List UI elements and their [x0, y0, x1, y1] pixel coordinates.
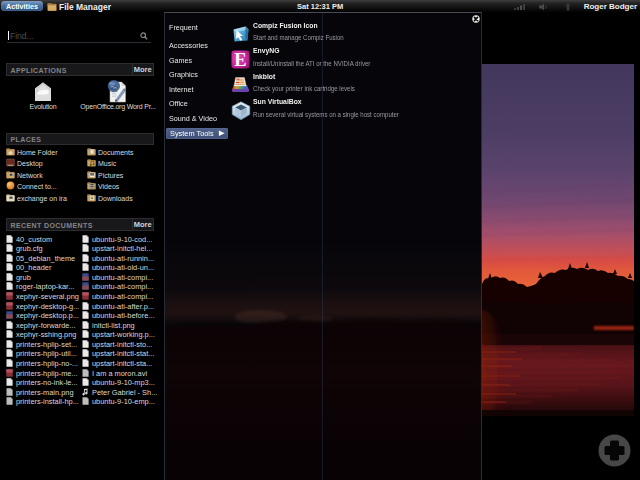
svg-text:E: E: [234, 50, 246, 69]
